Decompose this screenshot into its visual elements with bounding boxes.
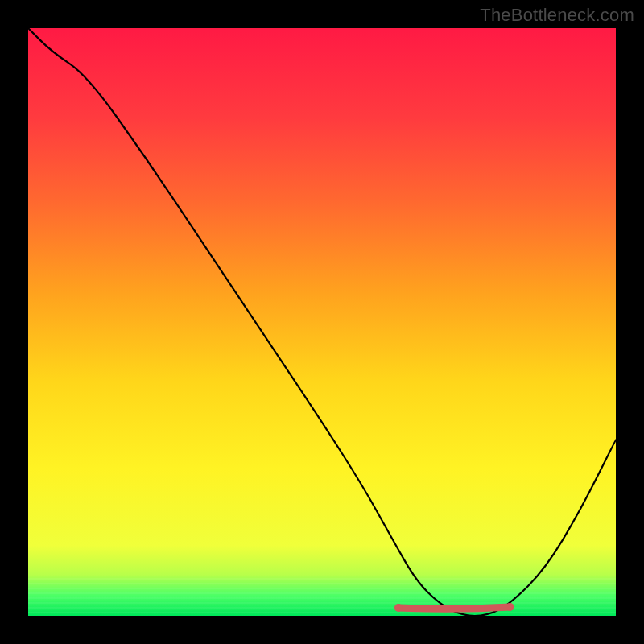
chart-root: TheBottleneck.com xyxy=(0,0,644,644)
bottleneck-chart xyxy=(0,0,644,644)
watermark-text: TheBottleneck.com xyxy=(480,5,634,26)
optimal-region-start-dot xyxy=(394,604,402,612)
optimal-region-marker xyxy=(398,607,510,609)
optimal-region-end-dot xyxy=(506,603,514,611)
